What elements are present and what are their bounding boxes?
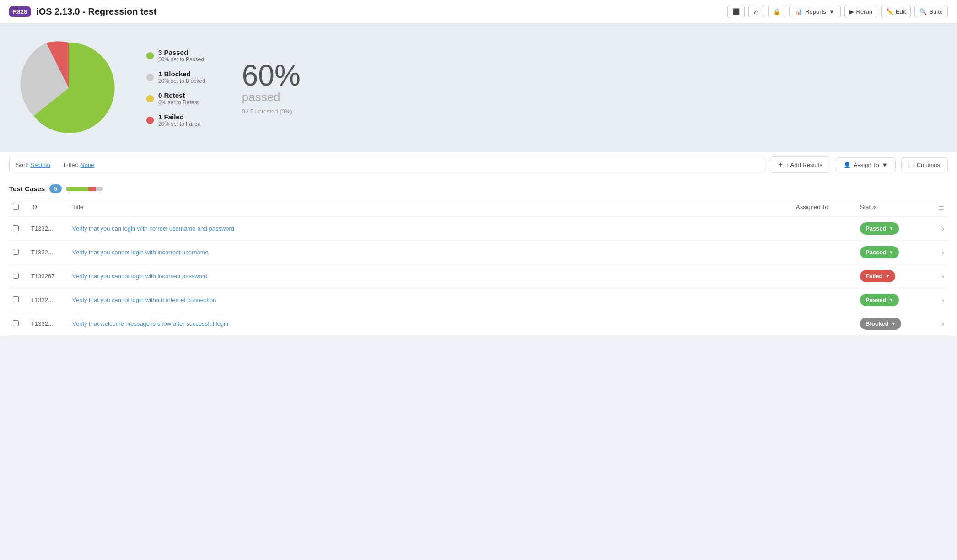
count-badge: 5 — [49, 184, 62, 193]
columns-label: Columns — [917, 162, 940, 168]
header-left: R828 iOS 2.13.0 - Regression test — [9, 6, 157, 17]
retest-legend-text: 0 Retest 0% set to Retest — [158, 92, 199, 106]
legend-passed: 3 Passed 60% set to Passed — [146, 48, 205, 63]
assign-to-label: Assign To — [854, 162, 879, 168]
toolbar: Sort: Section Filter: None + + Add Resul… — [0, 152, 957, 178]
row-title-link-4[interactable]: Verify that welcome message is show afte… — [72, 320, 228, 327]
progress-blocked — [96, 187, 103, 191]
row-checkbox-4[interactable] — [13, 320, 19, 326]
suite-label: Suite — [929, 8, 943, 15]
status-chevron-icon-3: ▼ — [889, 297, 894, 302]
big-percent: 60% — [242, 61, 301, 90]
print-button[interactable]: 🖨 — [748, 5, 764, 18]
big-stat: 60% passed 0 / 5 untested (0%). — [242, 61, 301, 115]
row-status-4: Blocked ▼ — [856, 312, 930, 336]
col-id-header: ID — [27, 198, 69, 216]
expand-row-button-4[interactable]: › — [942, 320, 944, 328]
row-title-link-2[interactable]: Verify that you cannot login with incorr… — [72, 273, 208, 280]
col-status-header: Status — [856, 198, 930, 216]
status-button-3[interactable]: Passed ▼ — [860, 294, 899, 306]
row-id-4: T1332... — [27, 312, 69, 336]
row-checkbox-1[interactable] — [13, 249, 19, 255]
blocked-legend-text: 1 Blocked 20% set to Blocked — [158, 70, 205, 84]
row-id-0: T1332... — [27, 216, 69, 241]
test-cases-table: ID Title Assigned To Status ≣ T1332... V… — [9, 198, 948, 336]
row-checkbox-3[interactable] — [13, 296, 19, 302]
row-id-1: T1332... — [27, 241, 69, 264]
select-all-checkbox[interactable] — [13, 204, 19, 210]
legend: 3 Passed 60% set to Passed 1 Blocked 20%… — [146, 48, 205, 127]
reports-icon: 📊 — [795, 8, 802, 15]
add-results-label: + Add Results — [785, 162, 823, 168]
col-assigned-header: Assigned To — [792, 198, 856, 216]
row-title-link-1[interactable]: Verify that you cannot login with incorr… — [72, 249, 209, 256]
sort-filter-bar: Sort: Section Filter: None — [9, 157, 765, 172]
add-results-button[interactable]: + + Add Results — [771, 156, 830, 173]
status-chevron-icon-2: ▼ — [886, 274, 890, 279]
row-title-0: Verify that you can login with correct u… — [69, 216, 792, 241]
col-title-header: Title — [69, 198, 792, 216]
sort-value[interactable]: Section — [30, 162, 50, 168]
row-title-1: Verify that you cannot login with incorr… — [69, 241, 792, 264]
reports-chevron-icon: ▼ — [829, 8, 835, 15]
legend-retest: 0 Retest 0% set to Retest — [146, 92, 205, 106]
legend-blocked: 1 Blocked 20% set to Blocked — [146, 70, 205, 84]
edit-button[interactable]: ✏️ Edit — [881, 5, 911, 18]
lock-button[interactable]: 🔒 — [768, 5, 785, 18]
status-button-2[interactable]: Failed ▼ — [860, 270, 895, 282]
failed-legend-text: 1 Failed 20% set to Failed — [158, 113, 201, 127]
reports-label: Reports — [805, 8, 826, 15]
columns-icon: ≣ — [909, 162, 914, 168]
header: R828 iOS 2.13.0 - Regression test ⬛ 🖨 🔒 … — [0, 0, 957, 24]
row-assigned-3 — [792, 288, 856, 312]
row-assigned-4 — [792, 312, 856, 336]
table-row: T1332... Verify that you cannot login wi… — [9, 288, 948, 312]
columns-button[interactable]: ≣ Columns — [901, 157, 948, 172]
rerun-button[interactable]: ▶ Rerun — [844, 5, 877, 18]
pie-chart — [18, 38, 119, 138]
row-checkbox-0[interactable] — [13, 225, 19, 231]
row-status-1: Passed ▼ — [856, 241, 930, 264]
header-right: ⬛ 🖨 🔒 📊 Reports ▼ ▶ Rerun ✏️ Edit 🔍 Suit… — [727, 5, 948, 18]
row-status-2: Failed ▼ — [856, 264, 930, 288]
row-title-link-3[interactable]: Verify that you cannot login without int… — [72, 296, 216, 303]
row-status-3: Passed ▼ — [856, 288, 930, 312]
expand-row-button-0[interactable]: › — [942, 225, 944, 232]
expand-row-button-1[interactable]: › — [942, 248, 944, 256]
row-title-link-0[interactable]: Verify that you can login with correct u… — [72, 225, 234, 232]
rerun-icon: ▶ — [849, 8, 854, 15]
sort-filter-divider — [57, 161, 57, 168]
table-header-row: Test Cases 5 — [9, 178, 948, 198]
export-button[interactable]: ⬛ — [727, 5, 745, 18]
test-cases-label: Test Cases — [9, 185, 45, 193]
legend-failed: 1 Failed 20% set to Failed — [146, 113, 205, 127]
filter-value[interactable]: None — [80, 162, 94, 168]
expand-row-button-3[interactable]: › — [942, 296, 944, 304]
status-chevron-icon-4: ▼ — [892, 321, 896, 326]
status-chevron-icon-0: ▼ — [889, 226, 894, 231]
progress-bar — [66, 187, 103, 191]
passed-legend-text: 3 Passed 60% set to Passed — [158, 48, 204, 63]
table-row: T133267 Verify that you cannot login wit… — [9, 264, 948, 288]
row-checkbox-2[interactable] — [13, 273, 19, 279]
failed-dot — [146, 117, 154, 124]
columns-grid-icon[interactable]: ≣ — [938, 203, 944, 211]
reports-button[interactable]: 📊 Reports ▼ — [789, 5, 840, 18]
sort-prefix: Sort: — [16, 162, 28, 168]
status-button-0[interactable]: Passed ▼ — [860, 222, 899, 235]
blocked-dot — [146, 74, 154, 81]
big-label: passed — [242, 90, 301, 104]
stats-panel: 3 Passed 60% set to Passed 1 Blocked 20%… — [0, 24, 957, 152]
progress-passed — [66, 187, 88, 191]
suite-button[interactable]: 🔍 Suite — [914, 5, 948, 18]
edit-icon: ✏️ — [886, 8, 893, 15]
status-button-4[interactable]: Blocked ▼ — [860, 318, 901, 330]
status-button-1[interactable]: Passed ▼ — [860, 246, 899, 258]
add-icon: + — [779, 161, 783, 169]
table-section: Test Cases 5 ID Title Assigned To Status… — [0, 178, 957, 336]
status-chevron-icon-1: ▼ — [889, 250, 894, 255]
assign-to-button[interactable]: 👤 Assign To ▼ — [836, 157, 896, 172]
expand-row-button-2[interactable]: › — [942, 272, 944, 280]
page-title: iOS 2.13.0 - Regression test — [36, 6, 156, 17]
suite-icon: 🔍 — [919, 8, 927, 15]
